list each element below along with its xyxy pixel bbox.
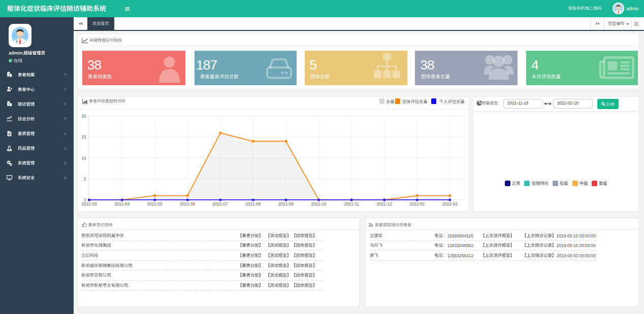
svg-text:2021-03: 2021-03 — [82, 202, 97, 206]
svg-text:2021-08: 2021-08 — [245, 202, 261, 206]
svg-text:2021-06: 2021-06 — [180, 202, 195, 206]
svg-text:2021-04: 2021-04 — [114, 202, 130, 206]
svg-text:2022-02: 2022-02 — [442, 202, 458, 206]
svg-text:2021-07: 2021-07 — [213, 202, 228, 206]
svg-text:2021-12: 2021-12 — [377, 202, 392, 206]
svg-text:20: 20 — [81, 114, 86, 119]
svg-text:5: 5 — [84, 177, 86, 181]
svg-text:10: 10 — [81, 156, 86, 160]
svg-text:2021-11: 2021-11 — [344, 202, 359, 206]
svg-text:2021-09: 2021-09 — [278, 202, 294, 206]
svg-text:2021-10: 2021-10 — [311, 202, 327, 206]
svg-text:2021-05: 2021-05 — [147, 202, 163, 206]
svg-text:2022-01: 2022-01 — [409, 202, 425, 206]
svg-text:15: 15 — [81, 135, 86, 139]
